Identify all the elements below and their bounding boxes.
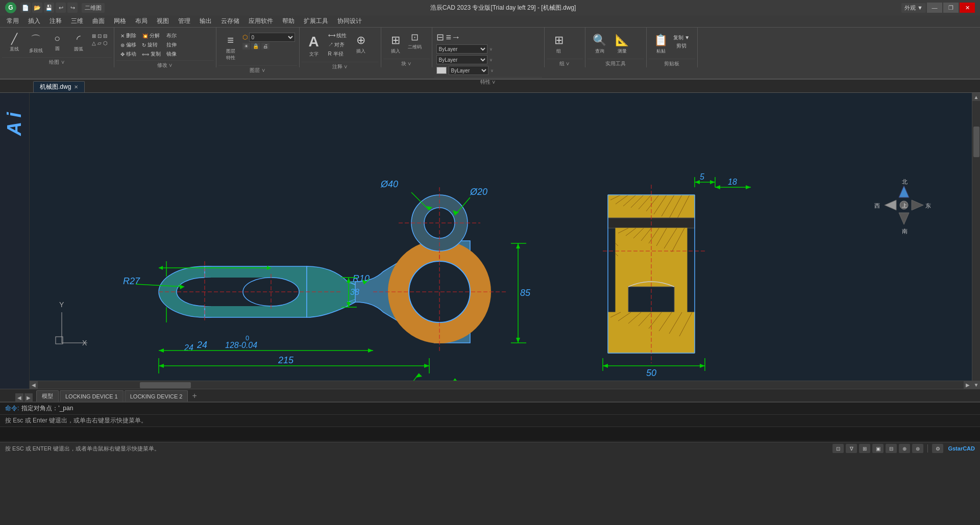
draw-polyline-button[interactable]: ⌒ 多段线 [26,32,46,55]
modify-bool-button[interactable]: 布尔 [164,32,179,40]
insert-button[interactable]: ⊕ 插入 [351,32,371,57]
layer-select[interactable]: 0 [249,33,295,42]
modify-rotate-button[interactable]: ↻旋转 [140,41,163,49]
menu-mesh[interactable]: 网格 [110,16,130,27]
menu-annotation[interactable]: 注释 [45,16,66,27]
scroll-left-btn[interactable]: ◀ [30,381,38,389]
menu-surface[interactable]: 曲面 [88,16,109,27]
model-tab[interactable]: 模型 [36,390,59,402]
layer-properties-button[interactable]: ≡ 图层特性 [220,32,241,63]
group-button[interactable]: ⊞ 组 [549,32,569,57]
layer-btn1[interactable]: ☀ [242,43,250,49]
color-select[interactable]: ByLayer [449,66,488,75]
draw-line-button[interactable]: ╱ 直线 [4,32,24,54]
cut-button[interactable]: 剪切 [673,42,690,49]
status-icon-8[interactable]: ⚙ [932,444,943,453]
qr-button[interactable]: ⊡ [408,32,422,43]
minimize-button[interactable]: — [927,3,942,13]
dim-radius-button[interactable]: R 半径 [326,50,349,58]
open-icon[interactable]: 📂 [32,3,42,13]
locking-device-2-tab[interactable]: LOCKING DEVICE 2 [125,390,188,402]
modify-explode-button[interactable]: 💥分解 [140,32,163,40]
doc-tab[interactable]: 机械图.dwg ✕ [33,81,85,92]
modify-delete-button[interactable]: ✕删除 [118,32,138,40]
query-button[interactable]: 🔍 查询 [590,32,610,57]
canvas-area[interactable]: Ai Y X [0,93,980,389]
status-icon-3[interactable]: ⊞ [859,444,870,453]
modify-array-button[interactable]: 镜像 [164,50,179,58]
group-label[interactable]: 组 ∨ [547,59,583,68]
lineweight-select[interactable]: ByLayer [436,55,487,64]
layer-btn3[interactable]: 🖨 [261,43,270,49]
status-icon-5[interactable]: ⊟ [886,444,897,453]
hscroll-track[interactable] [38,381,964,389]
properties-label[interactable]: 特性 ∨ [434,77,542,87]
draw-label[interactable]: 绘图 ∨ [2,57,112,67]
menu-help[interactable]: 帮助 [278,16,299,27]
measure-button[interactable]: 📐 测量 [612,32,632,57]
vscroll-track[interactable] [972,101,981,381]
draw-circle-button[interactable]: ○ 圆 [47,32,67,53]
draw-arc-button[interactable]: ◜ 圆弧 [68,32,89,54]
menu-layout[interactable]: 布局 [131,16,152,27]
command-input[interactable] [5,430,975,437]
menu-manage[interactable]: 管理 [174,16,194,27]
menu-3d[interactable]: 三维 [67,16,87,27]
block-label[interactable]: 块 ∨ [383,59,430,68]
new-file-icon[interactable]: 📄 [20,3,31,13]
menu-insert[interactable]: 插入 [24,16,44,27]
draw-tool-1[interactable]: ⊞ ⊡ ⊟ [90,33,110,39]
scroll-up-btn[interactable]: ▲ [972,93,981,101]
menu-extend[interactable]: 扩展工具 [300,16,332,27]
matchprop-btn[interactable]: ≡→ [446,32,461,43]
close-button[interactable]: ✕ [960,3,975,13]
status-icon-2[interactable]: ∇ [846,444,857,453]
menu-view[interactable]: 视图 [153,16,173,27]
text-button[interactable]: A 文字 [304,32,324,60]
modify-offset-button[interactable]: ⊛偏移 [118,41,138,49]
hscroll-thumb[interactable] [140,382,191,388]
menu-changyon[interactable]: 常用 [3,16,23,27]
locking-device-1-tab[interactable]: LOCKING DEVICE 1 [60,390,124,402]
tab-close-icon[interactable]: ✕ [74,84,78,90]
modify-stretch-button[interactable]: 拉伸 [164,41,179,49]
annotation-label[interactable]: 注释 ∨ [302,62,379,71]
redo-icon[interactable]: ↪ [67,3,78,13]
layout-prev-btn[interactable]: ◀ [15,393,23,402]
menu-output[interactable]: 输出 [195,16,216,27]
menu-collab[interactable]: 协同设计 [333,16,366,27]
menu-cloud[interactable]: 云存储 [217,16,243,27]
status-icon-6[interactable]: ⊕ [899,444,910,453]
restore-button[interactable]: ❐ [943,3,959,13]
appearance-menu[interactable]: 外观 ▼ [901,3,926,13]
layout-next-btn[interactable]: ▶ [24,393,33,402]
dim-aligned-button[interactable]: ↗ 对齐 [326,41,349,49]
vscroll-thumb[interactable] [973,127,979,157]
undo-icon[interactable]: ↩ [56,3,66,13]
add-tab-button[interactable]: + [189,390,200,402]
menu-apps[interactable]: 应用软件 [244,16,277,27]
modify-move-button[interactable]: ✥移动 [118,50,138,58]
layout-tab-switcher[interactable]: ◀ ▶ [15,393,33,402]
command-input-line[interactable] [0,427,980,440]
vscroll[interactable]: ▲ ▼ [972,93,980,389]
modify-mirror-button[interactable]: ⟺复制 [140,50,163,58]
scroll-down-btn[interactable]: ▼ [972,381,981,389]
properties-btn[interactable]: ⊟ [436,32,444,43]
modify-label[interactable]: 修改 ∨ [116,60,214,70]
hscroll[interactable]: ◀ ▶ [30,381,972,389]
block-insert-button[interactable]: ⊞ 插入 [385,32,406,57]
dim-linear-button[interactable]: ⟷ 线性 [326,32,349,40]
copy-button[interactable]: 复制 ▼ [673,34,690,41]
draw-tool-2[interactable]: △ ▱ ⬡ [90,40,110,46]
status-icon-1[interactable]: ⊡ [832,444,844,453]
scroll-right-btn[interactable]: ▶ [964,381,972,389]
paste-button[interactable]: 📋 粘贴 [651,32,671,57]
linetype-select[interactable]: ByLayer [436,44,487,54]
status-icon-7[interactable]: ⊛ [912,444,923,453]
layer-btn2[interactable]: 🔒 [251,43,260,49]
status-icon-4[interactable]: ▣ [872,444,884,453]
layer-label[interactable]: 图层 ∨ [218,65,297,75]
save-icon[interactable]: 💾 [44,3,54,13]
view-dropdown[interactable]: 二维图 [82,3,105,13]
